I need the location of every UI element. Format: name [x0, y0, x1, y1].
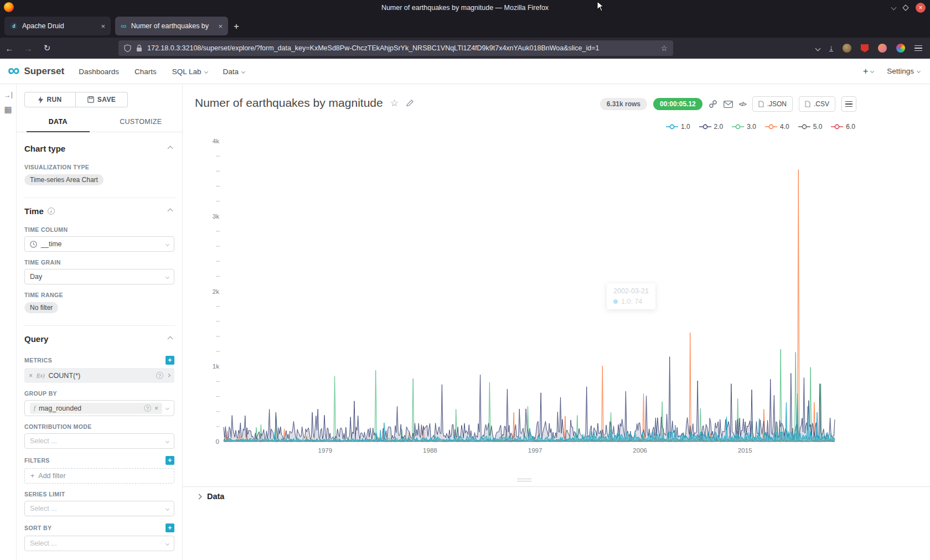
tooltip-date: 2002-03-21: [613, 287, 649, 295]
section-time[interactable]: Time i: [24, 206, 174, 216]
run-button[interactable]: RUN: [24, 92, 76, 107]
ublock-shield-icon[interactable]: [861, 44, 869, 53]
tracking-shield-icon[interactable]: [124, 44, 131, 52]
nav-item-dashboards[interactable]: Dashboards: [79, 68, 119, 76]
tab-data[interactable]: DATA: [17, 112, 100, 132]
y-axis-tick: 0: [216, 438, 219, 445]
bookmark-star-icon[interactable]: ☆: [660, 44, 668, 53]
plus-icon: +: [30, 472, 34, 480]
brand-name[interactable]: Superset: [24, 66, 64, 77]
remove-group-by-icon[interactable]: ×: [154, 405, 158, 412]
series-line-4.0: [224, 170, 835, 442]
chevron-right-icon: [197, 494, 202, 499]
metric-value: COUNT(*): [49, 372, 152, 380]
tab-close-icon[interactable]: ×: [218, 22, 223, 30]
chevron-down-icon: [166, 541, 169, 545]
chevron-up-icon[interactable]: [168, 209, 173, 214]
control-panel: RUN SAVE DATA CUSTOMIZE Chart type VISUA…: [17, 84, 183, 560]
viz-type-label: VISUALIZATION TYPE: [24, 164, 174, 170]
forward-icon[interactable]: →: [19, 44, 38, 53]
add-filter-box[interactable]: + Add filter: [24, 468, 174, 484]
downloads-icon[interactable]: ↓: [829, 45, 833, 51]
settings-menu[interactable]: Settings: [887, 67, 920, 75]
bolt-icon: [38, 96, 43, 103]
contribution-mode-select[interactable]: Select ...: [24, 433, 174, 449]
tab-customize[interactable]: CUSTOMIZE: [100, 112, 183, 132]
x-axis-tick: 1997: [528, 447, 542, 454]
time-range-value[interactable]: No filter: [24, 302, 58, 313]
datasource-grid-icon[interactable]: ▦: [4, 106, 12, 113]
panel-resize-handle[interactable]: [517, 479, 531, 481]
lock-icon[interactable]: [136, 44, 142, 52]
datasource-rail: → ▦: [0, 84, 17, 560]
window-minimize-icon[interactable]: [891, 5, 897, 11]
group-by-label: GROUP BY: [24, 390, 174, 397]
chevron-down-icon: [166, 274, 169, 278]
add-sort-by-button[interactable]: +: [166, 523, 174, 532]
section-query[interactable]: Query: [24, 334, 174, 344]
new-item-menu[interactable]: +: [863, 66, 874, 76]
firefox-logo-icon: [4, 2, 14, 12]
x-axis-tick: 2015: [738, 447, 752, 454]
nav-item-charts[interactable]: Charts: [135, 68, 157, 76]
reload-icon[interactable]: ↻: [38, 43, 56, 53]
mouse-cursor: [597, 1, 604, 12]
superset-logo-icon[interactable]: ∞: [8, 62, 19, 79]
save-disk-icon: [87, 96, 94, 103]
nav-item-sql-lab[interactable]: SQL Lab: [172, 68, 208, 76]
divider: [23, 325, 175, 326]
extension-pinwheel-icon[interactable]: [896, 44, 905, 53]
chevron-right-icon[interactable]: [167, 374, 170, 377]
tab-close-icon[interactable]: ×: [101, 22, 105, 30]
group-by-select[interactable]: f mag_rounded ? ×: [24, 400, 174, 416]
browser-tab-druid[interactable]: d Apache Druid ×: [4, 17, 111, 35]
window-maximize-icon[interactable]: [902, 4, 908, 11]
app-navbar: ∞ Superset DashboardsChartsSQL LabData +…: [0, 59, 930, 84]
time-column-select[interactable]: __time: [24, 236, 174, 252]
filters-label: FILTERS: [24, 457, 50, 464]
section-chart-type[interactable]: Chart type: [24, 144, 174, 153]
browser-menu-icon[interactable]: [914, 45, 922, 51]
help-icon: ?: [156, 372, 163, 379]
viz-type-value[interactable]: Time-series Area Chart: [24, 174, 104, 185]
add-metric-button[interactable]: +: [166, 356, 174, 365]
pocket-icon[interactable]: [815, 45, 821, 51]
new-tab-button[interactable]: +: [234, 21, 239, 32]
account-avatar[interactable]: [878, 44, 887, 53]
chevron-up-icon[interactable]: [168, 336, 173, 342]
sort-by-select[interactable]: Select ...: [24, 536, 174, 551]
help-icon: ?: [144, 405, 151, 412]
expand-panel-icon[interactable]: →: [4, 92, 12, 98]
metric-chip[interactable]: × f(x) COUNT(*) ?: [24, 368, 174, 383]
tooltip-series-dot: [613, 299, 618, 304]
add-filter-plus-button[interactable]: +: [166, 456, 174, 465]
panel-tabs: DATA CUSTOMIZE: [17, 112, 182, 132]
chevron-down-icon: [166, 439, 169, 443]
timeseries-area-chart[interactable]: 01k2k3k4k19791988199720062015: [183, 84, 930, 560]
chevron-up-icon[interactable]: [168, 146, 173, 152]
nav-item-data[interactable]: Data: [223, 68, 245, 76]
extension-icon[interactable]: [843, 44, 851, 53]
time-grain-select[interactable]: Day: [24, 269, 174, 284]
screen: Numer of earthquakes by magnitude — Mozi…: [0, 0, 930, 560]
url-bar[interactable]: 172.18.0.3:32108/superset/explore/?form_…: [118, 40, 673, 56]
time-range-label: TIME RANGE: [24, 292, 174, 298]
time-column-value: __time: [41, 240, 162, 248]
series-area-2.0: [224, 357, 835, 442]
browser-tab-superset[interactable]: ∞ Numer of earthquakes by ×: [115, 17, 228, 35]
clock-icon: [30, 241, 37, 248]
time-grain-value: Day: [30, 273, 162, 281]
group-by-chip[interactable]: f mag_rounded ? ×: [30, 403, 162, 414]
back-icon[interactable]: ←: [0, 44, 19, 53]
druid-favicon: d: [10, 22, 18, 30]
remove-metric-icon[interactable]: ×: [29, 372, 33, 380]
series-limit-select[interactable]: Select ...: [24, 501, 174, 516]
url-text[interactable]: 172.18.0.3:32108/superset/explore/?form_…: [147, 44, 655, 52]
chevron-down-icon: [241, 69, 245, 73]
chevron-down-icon: [166, 406, 169, 410]
info-icon: i: [48, 208, 55, 215]
window-close-button[interactable]: ×: [916, 3, 926, 13]
window-titlebar[interactable]: Numer of earthquakes by magnitude — Mozi…: [0, 0, 930, 15]
save-button[interactable]: SAVE: [76, 92, 128, 107]
data-panel-toggle[interactable]: Data: [197, 492, 224, 501]
